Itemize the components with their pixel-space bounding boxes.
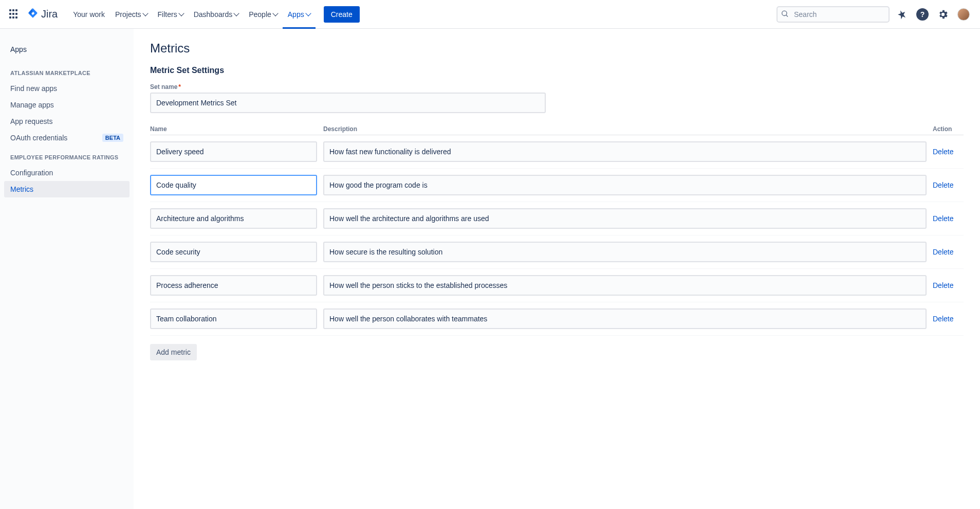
delete-metric-link[interactable]: Delete bbox=[933, 315, 964, 323]
search-input[interactable] bbox=[776, 6, 890, 23]
column-name: Name bbox=[150, 125, 317, 133]
sidebar-item-label: Manage apps bbox=[10, 101, 54, 109]
app-switcher-icon[interactable] bbox=[8, 8, 21, 21]
chevron-down-icon bbox=[272, 10, 278, 16]
metric-description-input[interactable] bbox=[323, 242, 927, 262]
nav-item-people[interactable]: People bbox=[244, 0, 283, 29]
help-icon[interactable]: ? bbox=[914, 6, 931, 23]
chevron-down-icon bbox=[178, 10, 184, 16]
nav-items: Your workProjectsFiltersDashboardsPeople… bbox=[68, 0, 315, 29]
sidebar-item-label: OAuth credentials bbox=[10, 134, 67, 142]
settings-icon[interactable] bbox=[935, 6, 951, 23]
table-header: Name Description Action bbox=[150, 125, 964, 135]
required-indicator: * bbox=[178, 83, 181, 90]
metrics-table-body: DeleteDeleteDeleteDeleteDeleteDelete bbox=[150, 135, 964, 336]
sidebar-item-metrics[interactable]: Metrics bbox=[4, 181, 130, 197]
metric-name-input[interactable] bbox=[150, 242, 317, 262]
metric-row: Delete bbox=[150, 135, 964, 169]
sidebar-item-label: Configuration bbox=[10, 169, 53, 177]
top-nav: Jira Your workProjectsFiltersDashboardsP… bbox=[0, 0, 980, 29]
chevron-down-icon bbox=[305, 10, 311, 16]
product-name: Jira bbox=[41, 8, 58, 20]
sidebar-item-label: Metrics bbox=[10, 185, 33, 193]
metric-name-input[interactable] bbox=[150, 141, 317, 162]
column-action: Action bbox=[933, 125, 964, 133]
search-icon bbox=[781, 9, 789, 19]
metric-name-input[interactable] bbox=[150, 208, 317, 229]
metric-row: Delete bbox=[150, 269, 964, 302]
delete-metric-link[interactable]: Delete bbox=[933, 148, 964, 156]
svg-point-0 bbox=[782, 11, 787, 15]
metric-row: Delete bbox=[150, 202, 964, 235]
sidebar-heading: ATLASSIAN MARKETPLACE bbox=[4, 62, 130, 80]
metric-description-input[interactable] bbox=[323, 208, 927, 229]
delete-metric-link[interactable]: Delete bbox=[933, 248, 964, 256]
top-nav-right: ? bbox=[776, 6, 972, 23]
sidebar-item-manage-apps[interactable]: Manage apps bbox=[4, 97, 130, 113]
top-nav-left: Jira Your workProjectsFiltersDashboardsP… bbox=[8, 0, 360, 29]
svg-line-1 bbox=[786, 15, 788, 16]
sidebar-item-configuration[interactable]: Configuration bbox=[4, 165, 130, 181]
jira-logo[interactable]: Jira bbox=[27, 8, 58, 21]
delete-metric-link[interactable]: Delete bbox=[933, 214, 964, 223]
search-box bbox=[776, 6, 890, 23]
metric-description-input[interactable] bbox=[323, 308, 927, 329]
notifications-icon[interactable] bbox=[894, 6, 910, 23]
sidebar-title: Apps bbox=[4, 41, 130, 62]
beta-badge: BETA bbox=[102, 134, 123, 142]
delete-metric-link[interactable]: Delete bbox=[933, 181, 964, 189]
column-description: Description bbox=[323, 125, 927, 133]
add-metric-button[interactable]: Add metric bbox=[150, 344, 197, 360]
content: Metrics Metric Set Settings Set name* Na… bbox=[134, 29, 980, 509]
chevron-down-icon bbox=[142, 10, 148, 16]
metric-description-input[interactable] bbox=[323, 275, 927, 296]
section-title: Metric Set Settings bbox=[150, 66, 964, 75]
profile-avatar[interactable] bbox=[955, 6, 972, 23]
nav-item-your-work[interactable]: Your work bbox=[68, 0, 110, 29]
nav-item-filters[interactable]: Filters bbox=[153, 0, 189, 29]
metric-description-input[interactable] bbox=[323, 141, 927, 162]
sidebar-item-find-new-apps[interactable]: Find new apps bbox=[4, 80, 130, 97]
page-title: Metrics bbox=[150, 41, 964, 56]
metric-row: Delete bbox=[150, 169, 964, 202]
delete-metric-link[interactable]: Delete bbox=[933, 281, 964, 289]
set-name-label: Set name* bbox=[150, 83, 964, 90]
sidebar: Apps ATLASSIAN MARKETPLACEFind new appsM… bbox=[0, 29, 134, 509]
chevron-down-icon bbox=[234, 10, 239, 16]
set-name-input[interactable] bbox=[150, 93, 546, 113]
sidebar-item-label: App requests bbox=[10, 117, 53, 125]
metric-name-input[interactable] bbox=[150, 308, 317, 329]
create-button[interactable]: Create bbox=[324, 6, 360, 23]
metric-name-input[interactable] bbox=[150, 275, 317, 296]
nav-item-apps[interactable]: Apps bbox=[283, 0, 316, 29]
metric-row: Delete bbox=[150, 235, 964, 269]
nav-item-projects[interactable]: Projects bbox=[110, 0, 153, 29]
metric-description-input[interactable] bbox=[323, 175, 927, 195]
metric-row: Delete bbox=[150, 302, 964, 336]
sidebar-heading: EMPLOYEE PERFORMANCE RATINGS bbox=[4, 146, 130, 165]
body-row: Apps ATLASSIAN MARKETPLACEFind new appsM… bbox=[0, 29, 980, 509]
sidebar-item-oauth-credentials[interactable]: OAuth credentialsBETA bbox=[4, 130, 130, 146]
sidebar-item-app-requests[interactable]: App requests bbox=[4, 113, 130, 130]
nav-item-dashboards[interactable]: Dashboards bbox=[189, 0, 244, 29]
jira-logo-icon bbox=[27, 8, 39, 21]
metric-name-input[interactable] bbox=[150, 175, 317, 195]
sidebar-item-label: Find new apps bbox=[10, 84, 57, 93]
